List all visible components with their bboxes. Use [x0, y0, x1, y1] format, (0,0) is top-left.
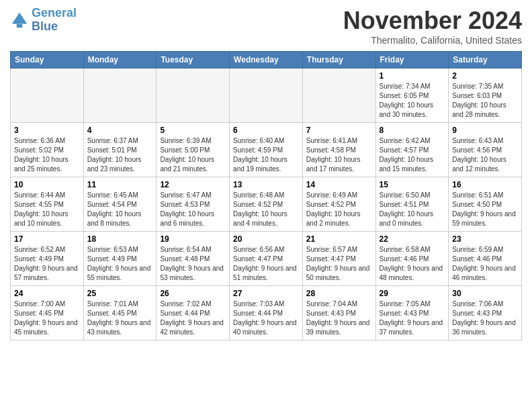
calendar-cell: 14Sunrise: 6:49 AM Sunset: 4:52 PM Dayli…: [302, 177, 375, 232]
day-number: 2: [452, 71, 518, 81]
header-row: SundayMondayTuesdayWednesdayThursdayFrid…: [11, 52, 522, 68]
day-number: 14: [306, 180, 372, 189]
header-cell: Tuesday: [157, 52, 230, 68]
day-number: 10: [14, 180, 80, 189]
calendar-cell: 17Sunrise: 6:52 AM Sunset: 4:49 PM Dayli…: [11, 232, 84, 286]
calendar-cell: 12Sunrise: 6:47 AM Sunset: 4:53 PM Dayli…: [157, 177, 230, 232]
day-number: 23: [452, 234, 518, 244]
header-cell: Sunday: [11, 52, 84, 68]
calendar-cell: 23Sunrise: 6:59 AM Sunset: 4:46 PM Dayli…: [449, 232, 522, 286]
calendar-cell: 30Sunrise: 7:06 AM Sunset: 4:43 PM Dayli…: [449, 286, 522, 340]
calendar-cell: 24Sunrise: 7:00 AM Sunset: 4:45 PM Dayli…: [11, 286, 84, 340]
day-info: Sunrise: 7:06 AM Sunset: 4:43 PM Dayligh…: [452, 300, 518, 337]
day-number: 21: [306, 234, 372, 244]
calendar-cell: 19Sunrise: 6:54 AM Sunset: 4:48 PM Dayli…: [157, 232, 230, 286]
day-info: Sunrise: 6:41 AM Sunset: 4:58 PM Dayligh…: [306, 136, 372, 174]
day-info: Sunrise: 6:51 AM Sunset: 4:50 PM Dayligh…: [452, 191, 518, 228]
calendar-cell: 6Sunrise: 6:40 AM Sunset: 4:59 PM Daylig…: [230, 123, 303, 177]
day-number: 25: [87, 289, 153, 298]
day-info: Sunrise: 6:43 AM Sunset: 4:56 PM Dayligh…: [452, 136, 518, 174]
day-number: 27: [233, 289, 299, 298]
calendar-week: 24Sunrise: 7:00 AM Sunset: 4:45 PM Dayli…: [11, 286, 522, 340]
day-info: Sunrise: 7:04 AM Sunset: 4:43 PM Dayligh…: [306, 300, 372, 337]
day-info: Sunrise: 6:57 AM Sunset: 4:47 PM Dayligh…: [306, 245, 372, 283]
day-info: Sunrise: 6:44 AM Sunset: 4:55 PM Dayligh…: [14, 191, 80, 228]
page: General Blue November 2024 Thermalito, C…: [0, 0, 532, 347]
calendar-week: 3Sunrise: 6:36 AM Sunset: 5:02 PM Daylig…: [11, 123, 522, 177]
calendar-cell: 27Sunrise: 7:03 AM Sunset: 4:44 PM Dayli…: [230, 286, 303, 340]
calendar-cell: 20Sunrise: 6:56 AM Sunset: 4:47 PM Dayli…: [230, 232, 303, 286]
day-info: Sunrise: 6:54 AM Sunset: 4:48 PM Dayligh…: [160, 245, 226, 283]
day-info: Sunrise: 7:00 AM Sunset: 4:45 PM Dayligh…: [14, 300, 80, 337]
day-info: Sunrise: 7:35 AM Sunset: 6:03 PM Dayligh…: [452, 82, 518, 120]
day-number: 16: [452, 180, 518, 189]
day-info: Sunrise: 6:40 AM Sunset: 4:59 PM Dayligh…: [233, 136, 299, 174]
day-info: Sunrise: 7:01 AM Sunset: 4:45 PM Dayligh…: [87, 300, 153, 337]
calendar-cell: 22Sunrise: 6:58 AM Sunset: 4:46 PM Dayli…: [375, 232, 449, 286]
calendar-week: 17Sunrise: 6:52 AM Sunset: 4:49 PM Dayli…: [11, 232, 522, 286]
calendar-cell: 25Sunrise: 7:01 AM Sunset: 4:45 PM Dayli…: [83, 286, 157, 340]
header-cell: Thursday: [302, 52, 375, 68]
calendar-week: 10Sunrise: 6:44 AM Sunset: 4:55 PM Dayli…: [11, 177, 522, 232]
header-cell: Friday: [375, 52, 449, 68]
day-number: 13: [233, 180, 299, 189]
calendar-header: SundayMondayTuesdayWednesdayThursdayFrid…: [11, 52, 522, 68]
logo-text: General Blue: [32, 7, 77, 34]
day-info: Sunrise: 6:58 AM Sunset: 4:46 PM Dayligh…: [380, 245, 445, 283]
day-info: Sunrise: 7:02 AM Sunset: 4:44 PM Dayligh…: [160, 300, 226, 337]
calendar-cell: 26Sunrise: 7:02 AM Sunset: 4:44 PM Dayli…: [157, 286, 230, 340]
calendar-cell: 1Sunrise: 7:34 AM Sunset: 6:05 PM Daylig…: [375, 68, 449, 123]
location: Thermalito, California, United States: [343, 35, 522, 46]
calendar-cell: 9Sunrise: 6:43 AM Sunset: 4:56 PM Daylig…: [449, 123, 522, 177]
logo: General Blue: [10, 7, 77, 34]
calendar-cell: 15Sunrise: 6:50 AM Sunset: 4:51 PM Dayli…: [375, 177, 449, 232]
day-number: 9: [452, 126, 518, 135]
calendar-cell: 10Sunrise: 6:44 AM Sunset: 4:55 PM Dayli…: [11, 177, 84, 232]
day-info: Sunrise: 6:47 AM Sunset: 4:53 PM Dayligh…: [160, 191, 226, 228]
header: General Blue November 2024 Thermalito, C…: [10, 7, 522, 46]
day-number: 15: [380, 180, 445, 189]
day-number: 17: [14, 234, 80, 244]
calendar-cell: 21Sunrise: 6:57 AM Sunset: 4:47 PM Dayli…: [302, 232, 375, 286]
day-info: Sunrise: 6:50 AM Sunset: 4:51 PM Dayligh…: [380, 191, 445, 228]
day-number: 20: [233, 234, 299, 244]
day-number: 12: [160, 180, 226, 189]
calendar-cell: 13Sunrise: 6:48 AM Sunset: 4:52 PM Dayli…: [230, 177, 303, 232]
logo-icon: [10, 11, 29, 30]
day-info: Sunrise: 6:39 AM Sunset: 5:00 PM Dayligh…: [160, 136, 226, 174]
calendar-cell: [157, 68, 230, 123]
day-number: 7: [306, 126, 372, 135]
day-info: Sunrise: 6:45 AM Sunset: 4:54 PM Dayligh…: [87, 191, 153, 228]
title-block: November 2024 Thermalito, California, Un…: [343, 7, 522, 46]
calendar-cell: 28Sunrise: 7:04 AM Sunset: 4:43 PM Dayli…: [302, 286, 375, 340]
header-cell: Wednesday: [230, 52, 303, 68]
day-number: 6: [233, 126, 299, 135]
day-number: 11: [87, 180, 153, 189]
month-title: November 2024: [343, 7, 522, 35]
day-number: 5: [160, 126, 226, 135]
day-info: Sunrise: 6:42 AM Sunset: 4:57 PM Dayligh…: [380, 136, 445, 174]
day-number: 29: [380, 289, 445, 298]
calendar-cell: 29Sunrise: 7:05 AM Sunset: 4:43 PM Dayli…: [375, 286, 449, 340]
calendar-cell: [11, 68, 84, 123]
calendar-cell: [230, 68, 303, 123]
day-info: Sunrise: 7:34 AM Sunset: 6:05 PM Dayligh…: [380, 82, 445, 120]
calendar-cell: 5Sunrise: 6:39 AM Sunset: 5:00 PM Daylig…: [157, 123, 230, 177]
calendar-cell: 7Sunrise: 6:41 AM Sunset: 4:58 PM Daylig…: [302, 123, 375, 177]
day-info: Sunrise: 7:05 AM Sunset: 4:43 PM Dayligh…: [380, 300, 445, 337]
day-number: 24: [14, 289, 80, 298]
calendar-week: 1Sunrise: 7:34 AM Sunset: 6:05 PM Daylig…: [11, 68, 522, 123]
day-info: Sunrise: 6:49 AM Sunset: 4:52 PM Dayligh…: [306, 191, 372, 228]
svg-rect-2: [17, 24, 22, 28]
calendar-cell: 18Sunrise: 6:53 AM Sunset: 4:49 PM Dayli…: [83, 232, 157, 286]
day-info: Sunrise: 6:59 AM Sunset: 4:46 PM Dayligh…: [452, 245, 518, 283]
day-number: 30: [452, 289, 518, 298]
calendar-cell: 4Sunrise: 6:37 AM Sunset: 5:01 PM Daylig…: [83, 123, 157, 177]
day-number: 8: [380, 126, 445, 135]
day-number: 19: [160, 234, 226, 244]
calendar-cell: 16Sunrise: 6:51 AM Sunset: 4:50 PM Dayli…: [449, 177, 522, 232]
day-info: Sunrise: 7:03 AM Sunset: 4:44 PM Dayligh…: [233, 300, 299, 337]
day-info: Sunrise: 6:36 AM Sunset: 5:02 PM Dayligh…: [14, 136, 80, 174]
day-info: Sunrise: 6:56 AM Sunset: 4:47 PM Dayligh…: [233, 245, 299, 283]
calendar-cell: [302, 68, 375, 123]
